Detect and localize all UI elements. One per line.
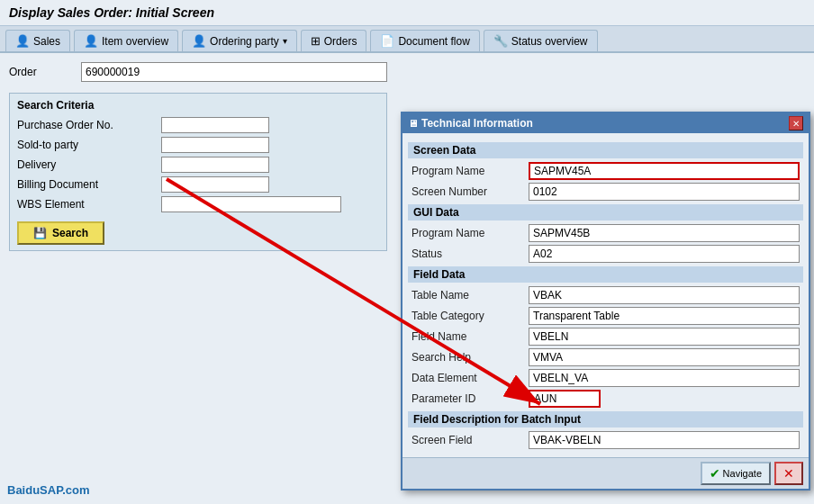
tab-orders[interactable]: ⊞ Orders [301, 30, 367, 51]
search-help-value[interactable] [529, 348, 800, 366]
table-category-row: Table Category [408, 307, 803, 325]
technical-information-dialog: 🖥 Technical Information ✕ Screen Data Pr… [401, 112, 810, 490]
dialog-title: Technical Information [421, 117, 533, 130]
field-name-label: Field Name [412, 330, 529, 343]
table-category-label: Table Category [412, 310, 529, 322]
gui-data-header: GUI Data [408, 204, 803, 220]
title-bar: Display Sales Order: Initial Screen [0, 0, 814, 26]
orders-icon: ⊞ [311, 34, 321, 48]
table-name-row: Table Name [408, 286, 803, 304]
tab-sales-label: Sales [33, 35, 60, 48]
ordering-party-icon: 👤 [192, 34, 206, 48]
search-icon: 💾 [33, 227, 47, 239]
delivery-input[interactable] [161, 157, 269, 173]
order-row: Order [9, 62, 387, 82]
wbs-label: WBS Element [17, 198, 161, 211]
field-name-row: Field Name [408, 328, 803, 346]
order-input[interactable] [81, 62, 387, 82]
data-element-value[interactable] [529, 369, 800, 387]
parameter-id-value[interactable] [529, 390, 601, 408]
parameter-id-row: Parameter ID [408, 390, 803, 408]
screen-number-label: Screen Number [412, 185, 529, 198]
screen-data-number-row: Screen Number [408, 183, 803, 201]
table-category-value[interactable] [529, 307, 800, 325]
tab-document-flow[interactable]: 📄 Document flow [370, 30, 479, 51]
checkmark-icon: ✔ [710, 466, 720, 481]
dialog-footer: ✔ Navigate ✕ [402, 457, 809, 489]
table-name-value[interactable] [529, 286, 800, 304]
criteria-row-delivery: Delivery [17, 157, 379, 173]
screen-data-header: Screen Data [408, 142, 803, 158]
tab-ordering-party-label: Ordering party [210, 35, 279, 48]
dialog-body: Screen Data Program Name Screen Number G… [402, 133, 809, 457]
dropdown-icon: ▾ [283, 36, 287, 46]
item-overview-icon: 👤 [84, 34, 98, 48]
dialog-title-bar: 🖥 Technical Information ✕ [402, 113, 809, 133]
billing-label: Billing Document [17, 178, 161, 191]
criteria-row-wbs: WBS Element [17, 196, 379, 212]
screen-program-label: Program Name [412, 165, 529, 177]
gui-program-label: Program Name [412, 227, 529, 239]
tab-document-flow-label: Document flow [398, 35, 469, 48]
left-panel: Order Search Criteria Purchase Order No.… [0, 53, 396, 503]
navigate-label: Navigate [723, 468, 762, 479]
parameter-id-label: Parameter ID [412, 392, 529, 405]
watermark: BaiduSAP.com [7, 483, 90, 497]
dialog-close-button[interactable]: ✕ [789, 116, 803, 130]
tab-orders-label: Orders [324, 35, 357, 48]
gui-status-value[interactable] [529, 245, 800, 263]
status-overview-icon: 🔧 [493, 34, 508, 48]
screen-field-value[interactable] [529, 431, 800, 449]
search-help-row: Search Help [408, 348, 803, 366]
dialog-footer-close-button[interactable]: ✕ [774, 462, 803, 485]
tab-item-overview[interactable]: 👤 Item overview [74, 30, 178, 51]
billing-input[interactable] [161, 176, 269, 193]
search-button-label: Search [52, 227, 88, 239]
po-label: Purchase Order No. [17, 119, 161, 131]
tab-status-overview-label: Status overview [511, 35, 588, 48]
tab-ordering-party[interactable]: 👤 Ordering party ▾ [182, 30, 297, 51]
gui-status-label: Status [412, 248, 529, 260]
tab-bar: 👤 Sales 👤 Item overview 👤 Ordering party… [0, 26, 814, 53]
table-name-label: Table Name [412, 289, 529, 302]
data-element-label: Data Element [412, 372, 529, 384]
wbs-input[interactable] [161, 196, 341, 212]
criteria-row-po: Purchase Order No. [17, 117, 379, 133]
field-name-value[interactable] [529, 328, 800, 346]
dialog-title-icon: 🖥 [408, 118, 418, 129]
screen-field-row: Screen Field [408, 431, 803, 449]
search-criteria-title: Search Criteria [17, 99, 379, 112]
criteria-row-sold-to: Sold-to party [17, 137, 379, 153]
search-help-label: Search Help [412, 351, 529, 364]
gui-program-value[interactable] [529, 224, 800, 242]
field-data-header: Field Data [408, 266, 803, 283]
po-input[interactable] [161, 117, 269, 133]
sold-to-label: Sold-to party [17, 139, 161, 151]
tab-item-overview-label: Item overview [102, 35, 168, 48]
page-title: Display Sales Order: Initial Screen [9, 5, 214, 20]
gui-program-row: Program Name [408, 224, 803, 242]
screen-field-label: Screen Field [412, 434, 529, 446]
screen-number-value[interactable] [529, 183, 800, 201]
gui-status-row: Status [408, 245, 803, 263]
screen-program-value[interactable] [529, 162, 800, 180]
batch-input-header: Field Description for Batch Input [408, 411, 803, 428]
sold-to-input[interactable] [161, 137, 269, 153]
data-element-row: Data Element [408, 369, 803, 387]
criteria-row-billing: Billing Document [17, 176, 379, 193]
search-button[interactable]: 💾 Search [17, 221, 104, 245]
tab-sales[interactable]: 👤 Sales [5, 30, 70, 51]
document-flow-icon: 📄 [380, 34, 394, 48]
close-icon: ✕ [783, 466, 794, 481]
tab-status-overview[interactable]: 🔧 Status overview [484, 30, 598, 51]
main-content: Order Search Criteria Purchase Order No.… [0, 53, 814, 503]
navigate-button[interactable]: ✔ Navigate [701, 462, 771, 485]
search-criteria-box: Search Criteria Purchase Order No. Sold-… [9, 93, 387, 251]
delivery-label: Delivery [17, 158, 161, 171]
order-label: Order [9, 66, 81, 78]
sales-icon: 👤 [15, 34, 30, 48]
screen-data-program-row: Program Name [408, 162, 803, 180]
